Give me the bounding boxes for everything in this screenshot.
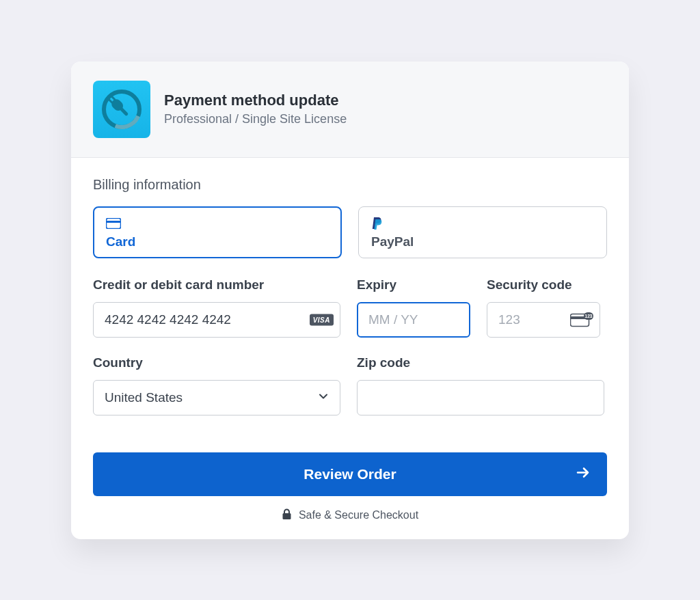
- payment-method-paypal-label: PayPal: [371, 234, 594, 249]
- svg-rect-7: [106, 221, 121, 223]
- payment-method-card-label: Card: [106, 234, 329, 249]
- country-select[interactable]: [93, 380, 340, 415]
- review-order-label: Review Order: [304, 466, 396, 482]
- address-row: Country Zip code: [93, 355, 607, 415]
- page-title: Payment method update: [164, 92, 347, 109]
- country-field: Country: [93, 355, 340, 415]
- card-brand-badge: VISA: [310, 314, 334, 325]
- arrow-right-icon: [574, 463, 592, 485]
- payment-card: Payment method update Professional / Sin…: [71, 62, 629, 539]
- card-icon: [106, 218, 121, 229]
- paypal-icon: [371, 217, 383, 230]
- payment-method-row: Card PayPal: [93, 206, 607, 258]
- billing-section-title: Billing information: [93, 177, 607, 193]
- svg-rect-6: [107, 218, 121, 228]
- card-fields-row: Credit or debit card number VISA Expiry …: [93, 277, 607, 338]
- plug-icon: [100, 87, 144, 131]
- svg-rect-12: [282, 513, 291, 519]
- secure-checkout-row: Safe & Secure Checkout: [93, 508, 607, 523]
- expiry-input[interactable]: [357, 302, 470, 338]
- product-logo: [93, 81, 150, 138]
- security-code-label: Security code: [487, 277, 600, 292]
- payment-method-paypal[interactable]: PayPal: [358, 206, 607, 258]
- security-code-field: Security code 123: [487, 277, 600, 338]
- card-number-field: Credit or debit card number VISA: [93, 277, 340, 338]
- zip-input[interactable]: [357, 380, 604, 415]
- card-number-input[interactable]: [93, 302, 340, 338]
- page-subtitle: Professional / Single Site License: [164, 112, 347, 126]
- card-body: Billing information Card: [71, 158, 629, 539]
- card-header: Payment method update Professional / Sin…: [71, 62, 629, 158]
- review-order-button[interactable]: Review Order: [93, 452, 607, 496]
- lock-icon: [282, 508, 292, 523]
- payment-method-card[interactable]: Card: [93, 206, 342, 258]
- country-label: Country: [93, 355, 340, 370]
- zip-label: Zip code: [357, 355, 604, 370]
- card-number-label: Credit or debit card number: [93, 277, 340, 292]
- zip-field: Zip code: [357, 355, 604, 415]
- expiry-label: Expiry: [357, 277, 470, 292]
- cvc-icon: 123: [570, 312, 593, 327]
- svg-rect-5: [120, 107, 129, 115]
- expiry-field: Expiry: [357, 277, 470, 338]
- secure-checkout-text: Safe & Secure Checkout: [299, 509, 418, 521]
- header-text: Payment method update Professional / Sin…: [164, 92, 347, 126]
- svg-text:123: 123: [585, 314, 593, 318]
